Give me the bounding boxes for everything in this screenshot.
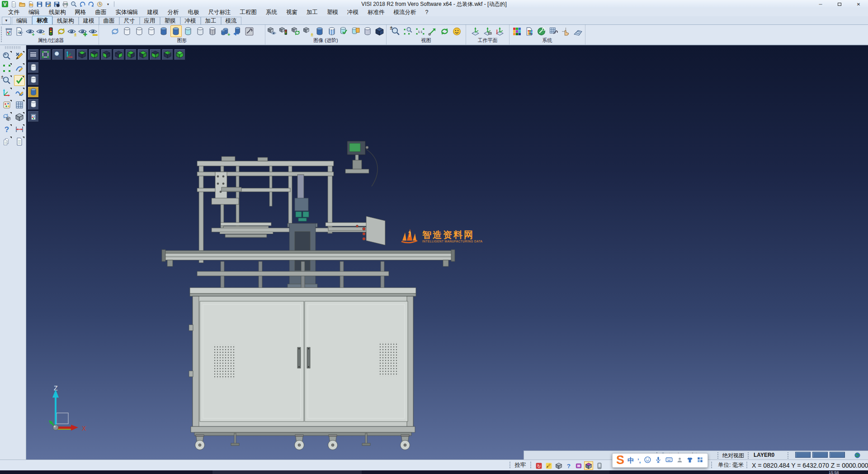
view-zoom-icon[interactable] <box>52 49 63 60</box>
color-table-icon[interactable] <box>511 25 523 37</box>
solids-show-icon[interactable] <box>266 25 278 37</box>
remove-visible-icon[interactable]: ▬ <box>88 25 98 37</box>
body-check-icon[interactable] <box>338 25 349 37</box>
grid-plane-icon[interactable] <box>14 100 25 110</box>
attribute-palette-icon[interactable] <box>524 25 535 37</box>
skin-shirt-icon[interactable] <box>686 456 693 465</box>
filter-traffic-light-icon[interactable] <box>46 25 56 37</box>
grid-settings-icon[interactable] <box>572 25 584 37</box>
menu-modeling[interactable]: 建模 <box>143 8 163 17</box>
sketch-wave-icon[interactable] <box>14 87 25 98</box>
machine-model[interactable] <box>154 131 461 460</box>
layer-empty-icon-3[interactable] <box>146 25 157 37</box>
document-page-icon[interactable] <box>14 136 25 147</box>
new-document-icon[interactable] <box>10 1 17 8</box>
layer-current-icon[interactable] <box>158 25 170 37</box>
refresh-red-icon[interactable]: ↻ <box>534 461 543 470</box>
menu-machining[interactable]: 加工 <box>302 8 322 17</box>
view-fit-icon[interactable] <box>40 49 51 60</box>
zoom-dynamic-icon[interactable]: ± <box>390 25 401 37</box>
preview-icon[interactable] <box>70 1 77 8</box>
highlight-pencil-icon[interactable] <box>544 461 553 470</box>
view-bottom-icon[interactable] <box>89 49 100 60</box>
render-face-icon[interactable] <box>451 25 462 37</box>
tab-flow[interactable]: 模流 <box>221 17 241 24</box>
tab-application[interactable]: 应用 <box>140 17 160 24</box>
tab-mold[interactable]: 塑膜 <box>160 17 180 24</box>
undo-icon[interactable] <box>79 1 86 8</box>
maximize-button[interactable] <box>830 0 849 8</box>
graphics-viewport[interactable]: 智造资料网 INTELLIGENT MANUFACTURING DATA Z X… <box>26 45 868 460</box>
body-striped-icon[interactable] <box>326 25 338 37</box>
layer-outline-icon[interactable] <box>195 25 206 37</box>
zoom-plus-minus-icon[interactable]: ± <box>1 75 12 86</box>
toolbox-grid-icon[interactable] <box>697 456 703 465</box>
left-panel-grip[interactable] <box>5 46 21 49</box>
show-entities-icon[interactable]: + <box>25 25 34 37</box>
menu-mesh[interactable]: 网格 <box>71 8 91 17</box>
zoom-1-1-icon[interactable]: 1:1 <box>415 25 426 37</box>
quick-access-dropdown-icon[interactable]: ▼ <box>104 1 112 8</box>
tab-machining[interactable]: 加工 <box>201 17 221 24</box>
add-visible-icon[interactable]: ✚ <box>78 25 87 37</box>
tab-edit[interactable]: 编辑 <box>12 17 32 24</box>
layer-strip-current-selected[interactable] <box>28 86 39 98</box>
lock-label[interactable]: 拴牢 <box>514 461 526 469</box>
solids-filter-icon[interactable] <box>278 25 290 37</box>
workplane-entity-icon[interactable] <box>482 25 493 37</box>
refresh-layers-icon[interactable] <box>109 25 121 37</box>
minimize-button[interactable]: ─ <box>811 0 830 8</box>
soft-keyboard-icon[interactable] <box>665 456 673 465</box>
redo-icon[interactable] <box>87 1 94 8</box>
document-stack-icon[interactable] <box>1 136 12 147</box>
view-front-icon[interactable] <box>101 49 112 60</box>
menu-dimension[interactable]: 尺寸标注 <box>204 8 236 17</box>
menu-flow-analysis[interactable]: 模流分析 <box>389 8 421 17</box>
menu-help[interactable]: ? <box>421 9 433 16</box>
emoji-smiley-icon[interactable] <box>644 456 651 465</box>
import-icon[interactable] <box>27 1 34 8</box>
microphone-icon[interactable] <box>655 456 662 465</box>
layer-name-text[interactable]: LAYER0 <box>754 452 774 458</box>
save-icon[interactable] <box>36 1 43 8</box>
ribbon-grip[interactable] <box>0 26 3 43</box>
workplane-view-icon[interactable] <box>470 25 481 37</box>
layer-selected-icon[interactable] <box>170 25 182 37</box>
system-settings-icon[interactable] <box>536 25 547 37</box>
layer-strip-empty-1[interactable] <box>28 62 39 73</box>
shaded-view-icon[interactable] <box>374 25 386 37</box>
view-back-icon[interactable] <box>113 49 124 60</box>
menu-electrode[interactable]: 电极 <box>184 8 204 17</box>
view-iso-icon[interactable] <box>174 49 185 60</box>
view-iso-nw-icon[interactable] <box>150 49 161 60</box>
tab-surface[interactable]: 曲面 <box>99 17 119 24</box>
layer-empty-icon-2[interactable] <box>134 25 145 37</box>
tab-standard[interactable]: 标准 <box>32 16 52 24</box>
layer-strip-empty-2[interactable] <box>28 74 39 85</box>
table-settings-icon[interactable] <box>548 25 559 37</box>
measure-distance-icon[interactable] <box>14 124 25 135</box>
layer-strip-outline[interactable] <box>28 99 39 110</box>
save-as-icon[interactable] <box>44 1 52 8</box>
view-top-icon[interactable] <box>76 49 88 60</box>
layer-add-icon[interactable]: + <box>219 25 231 37</box>
menu-window[interactable]: 视窗 <box>282 8 302 17</box>
toggle-visibility-icon[interactable]: ± <box>67 25 76 37</box>
tab-wireframe[interactable]: 线架构 <box>52 17 79 24</box>
hide-entities-icon[interactable]: − <box>36 25 45 37</box>
tab-die[interactable]: 冲模 <box>180 17 201 24</box>
zoom-search-icon[interactable] <box>1 51 12 62</box>
layer-empty-icon-1[interactable] <box>122 25 133 37</box>
workplane-axes-icon[interactable] <box>494 25 505 37</box>
delete-attributes-icon[interactable] <box>4 25 14 37</box>
view-list-icon[interactable] <box>28 49 39 60</box>
body-blue-icon[interactable] <box>314 25 326 37</box>
tab-dimension[interactable]: 尺寸 <box>119 17 140 24</box>
menu-wireframe[interactable]: 线架构 <box>44 8 71 17</box>
body-sheet-icon[interactable] <box>350 25 362 37</box>
open-folder-icon[interactable] <box>19 1 26 8</box>
zoom-window-frame-icon[interactable] <box>1 63 12 74</box>
view-axes-icon[interactable] <box>64 49 75 60</box>
solids-toggle-icon[interactable]: ± <box>302 25 314 37</box>
menu-drawing[interactable]: 工程图 <box>236 8 262 17</box>
